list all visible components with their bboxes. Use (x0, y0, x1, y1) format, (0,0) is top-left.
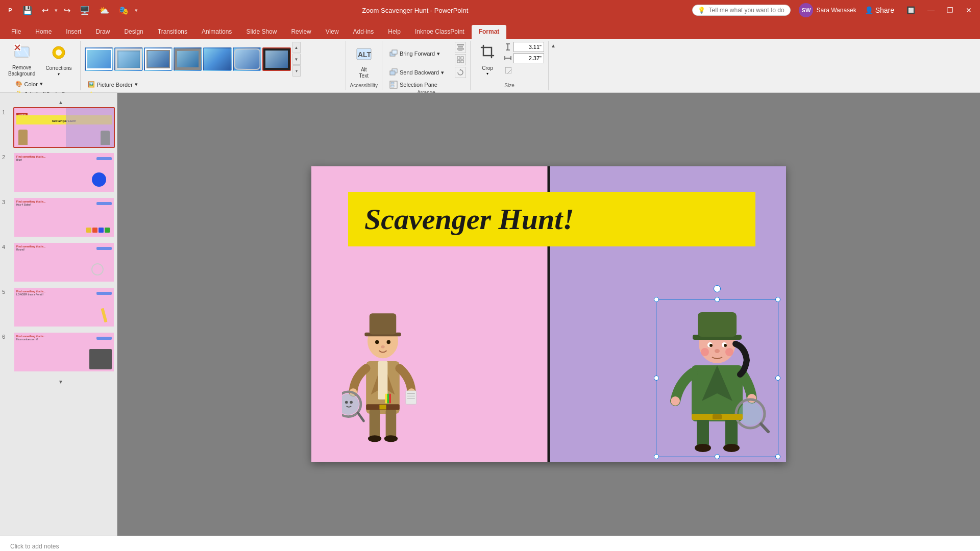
tab-help[interactable]: Help (381, 25, 408, 39)
picture-style-4[interactable] (174, 47, 202, 71)
selection-pane-button[interactable]: Selection Pane (386, 80, 453, 90)
svg-rect-62 (379, 405, 386, 409)
picture-style-7[interactable] (262, 47, 291, 71)
ribbon-display-button[interactable]: 🔲 (902, 4, 919, 16)
collapse-arrow[interactable]: ▲ (551, 43, 556, 48)
tab-format[interactable]: Format (472, 25, 507, 39)
slide-panel-scroll-up[interactable]: ▲ (2, 97, 117, 107)
svg-line-49 (358, 413, 363, 421)
remove-bg-label: RemoveBackground (8, 65, 35, 77)
slide-item-6[interactable]: 6 Find something that is... Has numbers … (2, 332, 115, 372)
slide-thumb-1[interactable]: Format Scavenger Hunt! (13, 107, 115, 148)
svg-point-43 (384, 435, 398, 442)
width-icon (504, 55, 511, 62)
svg-rect-63 (385, 394, 387, 404)
tab-view[interactable]: View (318, 25, 346, 39)
tab-draw[interactable]: Draw (88, 25, 117, 39)
detective-right-container[interactable] (656, 299, 778, 457)
tab-inknoe[interactable]: Inknoe ClassPoint (408, 25, 472, 39)
picture-style-5[interactable] (203, 47, 232, 71)
tab-transitions[interactable]: Transitions (151, 25, 194, 39)
gallery-scroll-up[interactable]: ▲ (292, 42, 301, 53)
picture-style-6[interactable] (233, 47, 261, 71)
picture-border-label: Picture Border (97, 82, 133, 88)
picture-style-2[interactable] (114, 47, 143, 71)
slide-item-4[interactable]: 4 Find something that is... Round! (2, 242, 115, 283)
slide-thumb-6[interactable]: Find something that is... Has numbers on… (13, 332, 115, 372)
user-avatar: SW (799, 3, 813, 17)
slide-thumb-5[interactable]: Find something that is... LONGER than a … (13, 287, 115, 328)
svg-point-6 (56, 49, 62, 56)
extra-btn-2[interactable]: ⛅ (96, 5, 112, 16)
bring-forward-button[interactable]: Bring Forward ▾ (386, 42, 453, 65)
share-button[interactable]: 👤 Share (861, 4, 898, 16)
alt-text-button[interactable]: ALT AltText (351, 44, 377, 81)
rotate-button[interactable] (455, 67, 466, 78)
slide-item-3[interactable]: 3 Find something that is... Has 4 Sides! (2, 197, 115, 238)
save-button[interactable]: 💾 (19, 5, 36, 16)
svg-rect-29 (391, 85, 394, 87)
picture-border-button[interactable]: 🖼️ Picture Border ▾ (85, 80, 341, 89)
close-button[interactable]: ✕ (962, 4, 976, 16)
redo-button[interactable]: ↪ (61, 5, 74, 16)
restore-button[interactable]: ❐ (943, 4, 958, 16)
size-dialog-launcher[interactable] (504, 66, 544, 74)
ribbon-tabs: File Home Insert Draw Design Transitions… (0, 20, 980, 39)
gallery-scroll-down[interactable]: ▼ (292, 54, 301, 65)
corrections-button[interactable]: Corrections ▾ (41, 42, 76, 79)
gallery-scroll-more[interactable]: ▾ (292, 65, 301, 77)
send-backward-button[interactable]: Send Backward ▾ (386, 67, 453, 78)
corrections-icon (51, 44, 67, 64)
slide-thumb-4[interactable]: Find something that is... Round! (13, 242, 115, 283)
ribbon-toolbar: RemoveBackground Corrections ▾ 🎨 Color ▾ (0, 39, 980, 93)
group-button[interactable] (455, 54, 466, 65)
picture-style-1[interactable] (85, 47, 113, 71)
tell-me-input[interactable] (708, 7, 785, 14)
accessibility-label: Accessibility (350, 83, 378, 89)
svg-rect-65 (389, 394, 391, 404)
adjust-group: RemoveBackground Corrections ▾ 🎨 Color ▾ (0, 41, 81, 90)
slide-title-box[interactable]: Scavenger Hunt! (348, 192, 755, 246)
extra-btn-3[interactable]: 🎭 (115, 5, 132, 16)
send-backward-label: Send Backward (400, 69, 439, 76)
tell-me-box[interactable]: 💡 (692, 5, 791, 16)
detective-left-svg (342, 299, 424, 452)
slide-num-5: 5 (2, 287, 10, 295)
slide-item-2[interactable]: 2 Find something that is... Blue! (2, 152, 115, 193)
undo-button[interactable]: ↩ (39, 5, 52, 16)
slide-item-1[interactable]: 1 Format Scavenger Hunt! (2, 107, 115, 148)
tab-design[interactable]: Design (117, 25, 150, 39)
notes-area[interactable]: Click to add notes (0, 536, 980, 551)
slide-panel-scroll-down[interactable]: ▼ (2, 377, 117, 387)
remove-background-button[interactable]: RemoveBackground (4, 42, 39, 79)
picture-style-3[interactable] (144, 47, 173, 71)
slide-thumb-2[interactable]: Find something that is... Blue! (13, 152, 115, 193)
bring-forward-icon (389, 49, 398, 58)
crop-icon (480, 44, 495, 64)
color-button[interactable]: 🎨 Color ▾ (12, 80, 68, 88)
alt-text-label: AltText (359, 67, 369, 79)
tab-file[interactable]: File (4, 25, 28, 39)
slide-item-5[interactable]: 5 Find something that is... LONGER than … (2, 287, 115, 328)
svg-point-46 (342, 394, 359, 415)
tab-animations[interactable]: Animations (194, 25, 239, 39)
tab-home[interactable]: Home (28, 25, 59, 39)
tab-insert[interactable]: Insert (59, 25, 88, 39)
tab-review[interactable]: Review (284, 25, 318, 39)
height-input[interactable]: 3.11" (513, 42, 544, 52)
slide-thumb-3[interactable]: Find something that is... Has 4 Sides! (13, 197, 115, 238)
tab-slideshow[interactable]: Slide Show (239, 25, 284, 39)
svg-point-47 (345, 401, 348, 404)
crop-button[interactable]: Crop ▾ (475, 42, 500, 79)
slide-canvas[interactable]: Scavenger Hunt! (311, 166, 786, 462)
tab-addins[interactable]: Add-ins (346, 25, 381, 39)
align-button[interactable] (455, 42, 466, 53)
picture-styles-group: ▲ ▼ ▾ 🖼️ Picture Border ▾ ⭐ Picture Effe… (81, 41, 346, 90)
extra-btn-1[interactable]: 🖥️ (77, 5, 93, 16)
ribbon-collapse[interactable]: ▲ (549, 41, 558, 90)
size-inputs: 3.11" 2.37" (504, 42, 544, 74)
detective-left[interactable] (342, 299, 424, 452)
svg-point-74 (739, 402, 762, 425)
minimize-button[interactable]: — (923, 4, 939, 16)
width-input[interactable]: 2.37" (513, 53, 544, 63)
